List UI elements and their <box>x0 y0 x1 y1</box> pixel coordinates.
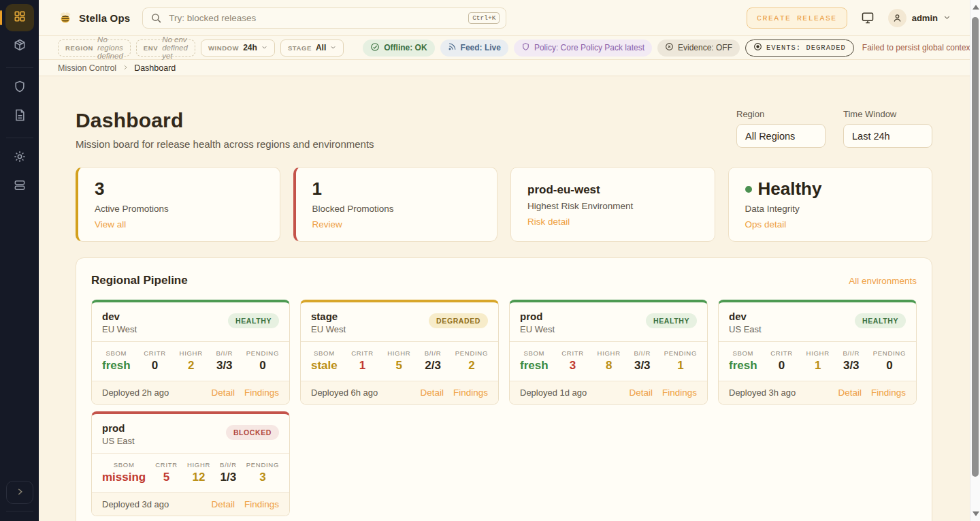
all-environments-link[interactable]: All environments <box>849 276 917 286</box>
bee-logo-icon <box>58 10 73 25</box>
chevron-right-icon <box>122 63 129 73</box>
events-status-pill[interactable]: EVENTS: DEGRADED <box>745 40 854 57</box>
findings-link[interactable]: Findings <box>244 499 279 509</box>
critr-value: 1 <box>351 359 374 373</box>
sbom-label: SBOM <box>520 349 549 357</box>
scrollbar-up-arrow[interactable] <box>973 5 979 10</box>
region-chip-label: REGION <box>65 44 93 52</box>
bir-label: B/I/R <box>425 349 442 357</box>
findings-link[interactable]: Findings <box>244 388 279 398</box>
bir-label: B/I/R <box>216 349 233 357</box>
sbom-label: SBOM <box>729 349 757 357</box>
pipeline-card-dev-eu-west: dev EU West HEALTHY SBOMfresh CRITR0 HIG… <box>91 300 290 405</box>
user-name: admin <box>912 13 938 23</box>
feed-status-pill[interactable]: Feed: Live <box>440 40 508 57</box>
detail-link[interactable]: Detail <box>211 388 235 398</box>
chevron-right-icon <box>15 487 24 499</box>
highest-risk-card: prod-eu-west Highest Risk Environment Ri… <box>510 167 715 242</box>
env-chip-value: No env defined yet <box>162 35 188 60</box>
breadcrumb-parent[interactable]: Mission Control <box>58 63 116 73</box>
scrollbar[interactable] <box>970 0 980 521</box>
sidebar-item-documents[interactable] <box>5 103 34 130</box>
env-chip-label: ENV <box>144 44 158 52</box>
findings-link[interactable]: Findings <box>662 388 697 398</box>
main-area: Stella Ops Ctrl+K CREATE RELEASE admin R… <box>39 0 970 521</box>
scrollbar-thumb[interactable] <box>972 17 979 477</box>
findings-link[interactable]: Findings <box>871 388 906 398</box>
highr-value: 8 <box>598 359 621 373</box>
search-icon <box>150 12 162 27</box>
regional-pipeline-panel: Regional Pipeline All environments dev E… <box>76 257 932 521</box>
search-input[interactable] <box>142 7 506 29</box>
sidebar-item-infrastructure[interactable] <box>5 173 34 200</box>
sbom-label: SBOM <box>102 349 131 357</box>
window-chip-label: WINDOW <box>208 44 239 52</box>
active-promotions-label: Active Promotions <box>95 204 263 214</box>
active-promotions-value: 3 <box>95 179 263 200</box>
region-chip-value: No regions defined <box>97 35 123 60</box>
sidebar <box>0 0 39 521</box>
blocked-promotions-label: Blocked Promotions <box>312 204 481 214</box>
create-release-button[interactable]: CREATE RELEASE <box>747 7 847 29</box>
healthy-dot-icon <box>745 186 752 193</box>
user-menu[interactable]: admin <box>888 9 951 27</box>
status-badge: HEALTHY <box>855 313 906 328</box>
ops-detail-link[interactable]: Ops detail <box>745 219 787 230</box>
app-logo: Stella Ops <box>58 10 130 25</box>
time-window-filter-label: Time Window <box>843 109 932 119</box>
policy-pill[interactable]: Policy: Core Policy Pack latest <box>514 40 652 57</box>
evidence-pill[interactable]: Evidence: OFF <box>657 40 740 57</box>
sidebar-item-settings[interactable] <box>5 144 34 172</box>
deployed-text: Deployed 2h ago <box>102 388 169 398</box>
detail-link[interactable]: Detail <box>838 388 862 398</box>
sbom-value: stale <box>311 359 338 373</box>
env-region: EU West <box>102 324 137 334</box>
time-window-select[interactable]: Last 24h <box>843 124 932 148</box>
sidebar-item-dashboard[interactable] <box>5 4 34 31</box>
critr-label: CRITR <box>561 349 584 357</box>
env-region: EU West <box>311 324 346 334</box>
sidebar-item-releases[interactable] <box>5 33 34 60</box>
env-chip[interactable]: ENV No env defined yet <box>136 40 195 57</box>
breadcrumb-current: Dashboard <box>134 63 176 73</box>
global-search: Ctrl+K <box>142 7 506 29</box>
review-link[interactable]: Review <box>312 219 342 230</box>
critr-value: 0 <box>144 359 166 373</box>
stage-chip[interactable]: STAGE All <box>280 40 344 57</box>
server-stack-icon <box>13 178 27 195</box>
env-name: prod <box>102 422 135 434</box>
region-filter-label: Region <box>736 109 826 119</box>
sbom-label: SBOM <box>102 461 146 469</box>
breadcrumb: Mission Control Dashboard <box>39 60 970 76</box>
env-name: prod <box>520 311 555 322</box>
detail-link[interactable]: Detail <box>211 499 235 509</box>
detail-link[interactable]: Detail <box>420 388 444 398</box>
offline-status-pill[interactable]: Offline: OK <box>363 40 434 57</box>
sbom-value: fresh <box>102 359 131 373</box>
critr-label: CRITR <box>770 349 793 357</box>
sidebar-expand-button[interactable] <box>6 481 33 504</box>
feed-status-label: Feed: Live <box>461 43 501 52</box>
dot-circle-icon <box>753 42 762 53</box>
monitor-icon[interactable] <box>861 11 875 25</box>
region-select[interactable]: All Regions <box>736 124 826 148</box>
findings-link[interactable]: Findings <box>453 388 488 398</box>
env-name: stage <box>311 311 346 322</box>
avatar <box>888 9 906 27</box>
bir-label: B/I/R <box>220 461 237 469</box>
window-chip[interactable]: WINDOW 24h <box>201 40 275 57</box>
detail-link[interactable]: Detail <box>629 388 653 398</box>
region-chip[interactable]: REGION No regions defined <box>58 40 131 57</box>
search-shortcut-badge: Ctrl+K <box>468 12 500 24</box>
sbom-value: missing <box>102 471 146 484</box>
data-integrity-value: Healthy <box>745 179 916 200</box>
scrollbar-down-arrow[interactable] <box>973 511 979 516</box>
critr-value: 3 <box>561 359 584 373</box>
bir-value: 2/3 <box>425 359 442 373</box>
view-all-link[interactable]: View all <box>95 219 126 230</box>
risk-detail-link[interactable]: Risk detail <box>527 217 570 227</box>
highest-risk-value: prod-eu-west <box>527 179 698 197</box>
sidebar-item-security[interactable] <box>5 74 34 101</box>
deployed-text: Deployed 3h ago <box>729 388 796 398</box>
evidence-label: Evidence: OFF <box>678 43 732 52</box>
